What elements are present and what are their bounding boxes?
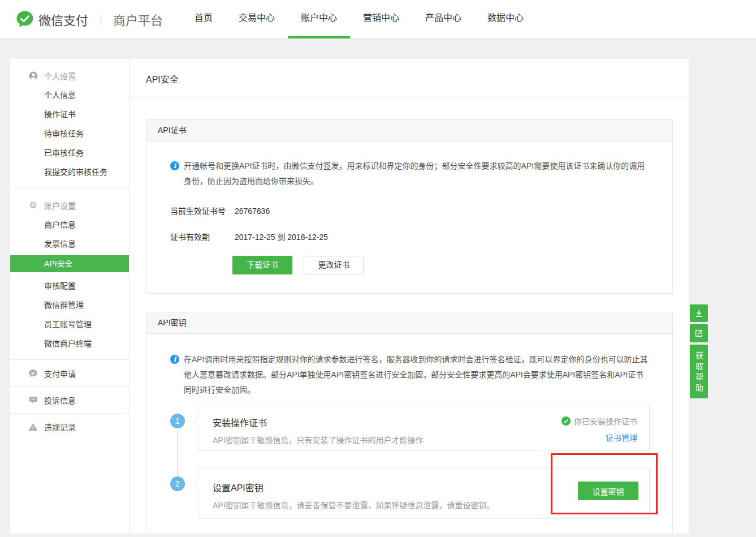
cert-info-text: 开通帐号和更换API证书时，由微信支付签发，用来标识和界定你的身份；部分安全性要… (184, 158, 650, 189)
nav-item-marketing-center[interactable]: 营销中心 (350, 0, 412, 38)
sidebar-item-my-submitted-tasks[interactable]: 我提交的审核任务 (10, 166, 129, 178)
check-circle-icon (561, 416, 571, 426)
cert-validity-to: 2018-12-25 (287, 233, 328, 242)
step-2-desc: API密钥属于敏感信息，请妥善保管不要泄露，如果怀疑信息泄露，请重设密钥。 (213, 499, 636, 510)
sidebar-item-merchant-terminal[interactable]: 微信商户终端 (10, 338, 129, 349)
cert-number-value: 26767836 (235, 207, 270, 216)
main-content: API安全 API证书 开通帐号和更换API证书时，由微信支付签发，用来标识和界… (130, 59, 689, 534)
sidebar-header-label: 账户设置 (44, 200, 76, 211)
sidebar-item-label: 投诉信息 (44, 394, 76, 406)
download-cert-button[interactable]: 下载证书 (232, 256, 292, 274)
cert-validity-row: 证书有效期 2017-12-25 到 2018-12-25 (170, 231, 650, 242)
step-1-badge: 1 (170, 414, 185, 428)
nav-item-home[interactable]: 首页 (182, 0, 226, 38)
step-2-card: 设置API密钥 API密钥属于敏感信息，请妥善保管不要泄露，如果怀疑信息泄露，请… (198, 468, 650, 519)
step-2-badge: 2 (170, 476, 185, 491)
api-cert-section-header: API证书 (146, 120, 672, 141)
api-cert-section: API证书 开通帐号和更换API证书时，由微信支付签发，用来标识和界定你的身份；… (146, 119, 673, 294)
api-key-steps: 1 2 安装操作证书 API密钥属于敏感信息，只有安装了操作证书的用户才能操作 … (170, 406, 650, 519)
sidebar-item-operation-cert[interactable]: 操作证书 (10, 109, 129, 120)
sidebar-item-violation-records[interactable]: 违规记录 (10, 413, 129, 440)
brand-platform: 商户平台 (113, 10, 163, 28)
set-api-key-button[interactable]: 设置密钥 (578, 482, 638, 500)
change-cert-button[interactable]: 更改证书 (304, 256, 364, 274)
nav-item-product-center[interactable]: 产品中心 (412, 0, 474, 38)
api-key-section: API密钥 在API调用时用来按照指定规则对你的请求参数进行签名，服务器收到你的… (146, 312, 673, 534)
chat-icon (28, 396, 38, 405)
page-header: API安全 (130, 59, 689, 99)
step-connector-line (177, 431, 178, 475)
cert-validity-separator: 到 (277, 233, 285, 242)
get-help-button[interactable]: 获取帮助 (690, 345, 708, 398)
wechat-pay-logo-icon (16, 10, 34, 28)
nav-item-label: 产品中心 (425, 13, 461, 23)
brand-logo[interactable]: 微信支付 ｜ 商户平台 (16, 10, 163, 28)
step-1-card: 安装操作证书 API密钥属于敏感信息，只有安装了操作证书的用户才能操作 你已安装… (198, 406, 650, 451)
user-icon (28, 71, 38, 80)
cert-validity-label: 证书有效期 (170, 231, 232, 242)
nav-item-account-center[interactable]: 账户中心 (288, 0, 350, 38)
main-nav: 首页 交易中心 账户中心 营销中心 产品中心 数据中心 (182, 0, 537, 38)
page-title: API安全 (146, 72, 179, 85)
sidebar-header-account: ⚙ 账户设置 (10, 200, 129, 211)
api-cert-section-title: API证书 (158, 126, 187, 135)
sidebar-item-pending-tasks[interactable]: 待审核任务 (10, 128, 129, 139)
sidebar-section-account: ⚙ 账户设置 商户信息 发票信息 API安全 审核配置 微信群管理 员工账号管理… (10, 188, 129, 359)
nav-item-data-center[interactable]: 数据中心 (474, 0, 537, 38)
warning-icon (28, 423, 38, 431)
key-info-text: 在API调用时用来按照指定规则对你的请求参数进行签名，服务器收到你的请求时会进行… (184, 352, 650, 398)
step-1-status-text: 你已安装操作证书 (574, 415, 637, 427)
api-key-section-header: API密钥 (146, 312, 672, 334)
sidebar-item-label: 违规记录 (44, 421, 76, 432)
cert-number-label: 当前生效证书号 (170, 205, 232, 216)
sidebar-item-wechat-group[interactable]: 微信群管理 (10, 299, 129, 311)
step-1-status-line: 你已安装操作证书 (561, 415, 637, 427)
sidebar-item-merchant-info[interactable]: 商户信息 (10, 219, 129, 230)
sidebar-item-payment-application[interactable]: 支付申请 (10, 360, 129, 386)
top-navbar: 微信支付 ｜ 商户平台 首页 交易中心 账户中心 营销中心 产品中心 数据中心 (0, 0, 756, 38)
edit-float-button[interactable] (690, 324, 708, 342)
chat-check-icon (28, 369, 38, 378)
sidebar-item-complaint-info[interactable]: 投诉信息 (10, 386, 129, 413)
nav-item-label: 交易中心 (239, 13, 275, 23)
sidebar-item-review-config[interactable]: 审核配置 (10, 280, 129, 291)
sidebar-section-others: 支付申请 投诉信息 违规记录 (10, 359, 129, 440)
nav-item-label: 首页 (195, 13, 213, 23)
brand-name: 微信支付 (38, 10, 88, 28)
nav-item-label: 数据中心 (487, 13, 524, 23)
step-1-status: 你已安装操作证书 证书管理 (561, 415, 637, 443)
sidebar: 个人设置 个人信息 操作证书 待审核任务 已审核任务 我提交的审核任务 ⚙ 账户… (10, 59, 129, 534)
edit-icon (694, 329, 703, 338)
nav-item-label: 账户中心 (301, 13, 337, 23)
sidebar-item-personal-info[interactable]: 个人信息 (10, 89, 129, 101)
cert-management-link[interactable]: 证书管理 (606, 432, 637, 443)
api-key-section-title: API密钥 (158, 318, 187, 327)
cert-buttons-row: 下载证书 更改证书 (232, 256, 650, 274)
sidebar-item-reviewed-tasks[interactable]: 已审核任务 (10, 147, 129, 158)
sidebar-header-label: 个人设置 (44, 70, 76, 81)
gear-icon: ⚙ (28, 201, 38, 210)
sidebar-item-invoice-info[interactable]: 发票信息 (10, 238, 129, 250)
cert-number-row: 当前生效证书号 26767836 (170, 205, 650, 216)
api-key-section-body: 在API调用时用来按照指定规则对你的请求参数进行签名，服务器收到你的请求时会进行… (146, 334, 672, 534)
sidebar-item-staff-accounts[interactable]: 员工账号管理 (10, 319, 129, 330)
info-icon (170, 355, 179, 364)
floating-toolbar: 获取帮助 (690, 304, 708, 401)
nav-item-label: 营销中心 (363, 13, 399, 23)
download-float-button[interactable] (690, 304, 708, 322)
cert-validity-from: 2017-12-25 (235, 233, 275, 242)
sidebar-header-personal: 个人设置 (10, 70, 129, 81)
sidebar-section-personal: 个人设置 个人信息 操作证书 待审核任务 已审核任务 我提交的审核任务 (10, 59, 129, 188)
download-icon (694, 309, 703, 318)
nav-item-trade-center[interactable]: 交易中心 (226, 0, 288, 38)
sidebar-item-api-security[interactable]: API安全 (10, 255, 129, 272)
step-2-title: 设置API密钥 (213, 480, 636, 494)
key-info-row: 在API调用时用来按照指定规则对你的请求参数进行签名，服务器收到你的请求时会进行… (170, 352, 650, 398)
sidebar-item-label: 支付申请 (44, 368, 76, 379)
cert-info-row: 开通帐号和更换API证书时，由微信支付签发，用来标识和界定你的身份；部分安全性要… (170, 158, 650, 189)
api-cert-section-body: 开通帐号和更换API证书时，由微信支付签发，用来标识和界定你的身份；部分安全性要… (146, 141, 672, 293)
brand-divider: ｜ (95, 11, 106, 28)
info-icon (170, 161, 179, 170)
